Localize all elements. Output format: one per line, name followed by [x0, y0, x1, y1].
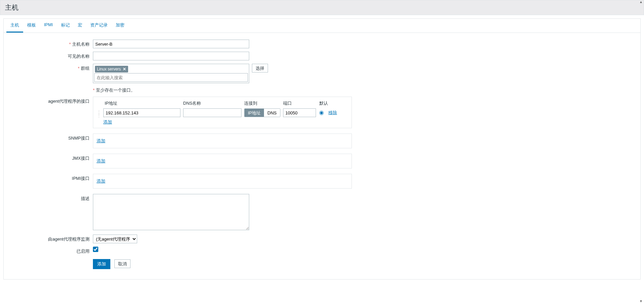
connect-dns-button[interactable]: DNS: [264, 109, 280, 117]
label-host-name: *主机名称: [7, 40, 93, 47]
tab-host[interactable]: 主机: [6, 19, 23, 33]
label-snmp-interfaces: SNMP接口: [7, 134, 93, 141]
agent-dns-input[interactable]: [183, 108, 241, 117]
description-textarea[interactable]: [93, 194, 249, 230]
col-header-ip: IP地址: [103, 100, 183, 106]
label-enabled: 已启用: [7, 247, 93, 254]
visible-name-input[interactable]: [93, 52, 249, 60]
agent-port-input[interactable]: [283, 108, 316, 117]
agent-ip-input[interactable]: [103, 108, 180, 117]
connect-toggle: IP地址 DNS: [244, 108, 280, 117]
label-visible-name: 可见的名称: [7, 52, 93, 59]
groups-select-button[interactable]: 选择: [252, 64, 268, 72]
agent-interface-box: IP地址 DNS名称 连接到 端口 默认 ⋮⋮⋮⋮: [93, 97, 352, 128]
agent-iface-row: ⋮⋮⋮⋮ IP地址 DNS 移除: [97, 108, 348, 117]
interface-hint: *至少存在一个接口。: [93, 87, 135, 93]
group-tag: Linux servers ✕: [95, 66, 128, 72]
main-panel: 主机 模板 IPMI 标记 宏 资产记录 加密 *主机名称 可见的名称 *群组: [3, 18, 641, 280]
agent-default-radio[interactable]: [319, 111, 324, 115]
group-tag-label: Linux servers: [97, 67, 121, 71]
drag-handle-icon[interactable]: ⋮⋮⋮⋮: [97, 109, 102, 117]
ipmi-interface-box: 添加: [93, 174, 352, 189]
agent-iface-add-link[interactable]: 添加: [103, 119, 112, 124]
tab-templates[interactable]: 模板: [23, 19, 40, 33]
submit-add-button[interactable]: 添加: [93, 259, 110, 269]
group-tag-remove-icon[interactable]: ✕: [123, 67, 126, 71]
tab-inventory[interactable]: 资产记录: [86, 19, 112, 33]
agent-iface-remove-link[interactable]: 移除: [328, 110, 337, 116]
ipmi-iface-add-link[interactable]: 添加: [97, 179, 105, 184]
enabled-checkbox[interactable]: [93, 247, 98, 252]
tabs-bar: 主机 模板 IPMI 标记 宏 资产记录 加密: [4, 19, 640, 33]
groups-multiselect[interactable]: Linux servers ✕: [93, 64, 249, 83]
col-header-port: 端口: [283, 100, 319, 106]
cancel-button[interactable]: 取消: [114, 259, 130, 268]
jmx-iface-add-link[interactable]: 添加: [97, 158, 105, 163]
tab-tags[interactable]: 标记: [57, 19, 74, 33]
label-groups: *群组: [7, 64, 93, 71]
label-monitored-by: 由agent代理程序监测: [7, 235, 93, 242]
snmp-interface-box: 添加: [93, 134, 352, 148]
label-ipmi-interfaces: IPMI接口: [7, 174, 93, 182]
label-jmx-interfaces: JMX接口: [7, 154, 93, 161]
label-agent-interfaces: agent代理程序的接口: [7, 97, 93, 104]
col-header-dns: DNS名称: [183, 100, 244, 106]
groups-search-input[interactable]: [94, 73, 248, 82]
tab-encryption[interactable]: 加密: [112, 19, 128, 33]
col-header-connect: 连接到: [244, 100, 283, 106]
iface-header-row: IP地址 DNS名称 连接到 端口 默认: [97, 100, 348, 106]
jmx-interface-box: 添加: [93, 154, 352, 168]
page-title: 主机: [0, 0, 644, 15]
connect-ip-button[interactable]: IP地址: [245, 109, 264, 117]
scroll-up-icon[interactable]: ▲: [639, 0, 643, 4]
label-description: 描述: [7, 194, 93, 202]
form-area: *主机名称 可见的名称 *群组 Linux servers ✕: [4, 33, 640, 279]
proxy-select[interactable]: (无agent代理程序): [93, 235, 137, 243]
col-header-default: 默认: [319, 100, 339, 106]
tab-ipmi[interactable]: IPMI: [40, 19, 57, 33]
snmp-iface-add-link[interactable]: 添加: [97, 138, 105, 143]
tab-macros[interactable]: 宏: [74, 19, 86, 33]
host-name-input[interactable]: [93, 40, 249, 48]
